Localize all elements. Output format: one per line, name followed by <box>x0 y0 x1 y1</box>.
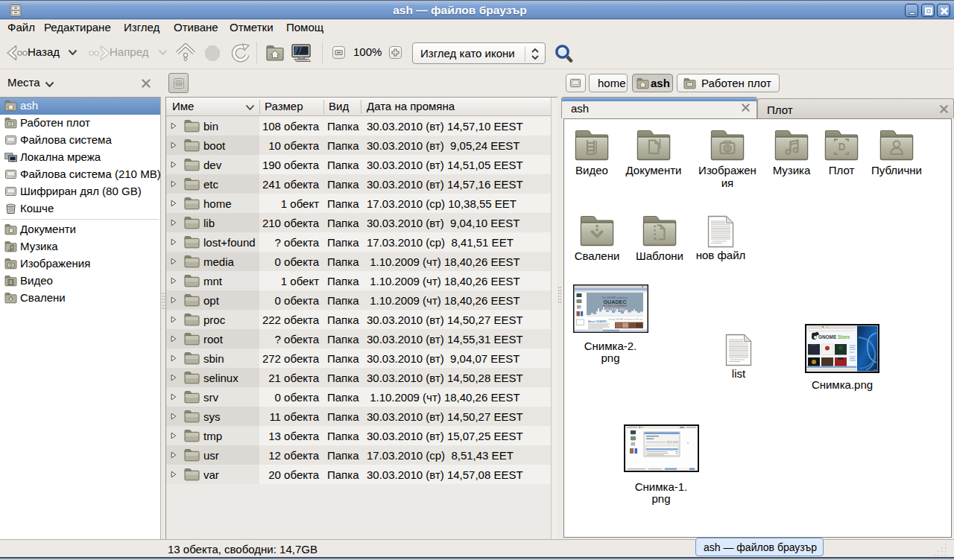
svg-text:About GUADEC: About GUADEC <box>588 320 607 323</box>
svg-text:HET.PACK.HOMEPAGE: HET.PACK.HOMEPAGE <box>602 305 626 308</box>
svg-text:January GNOME conference at th: January GNOME conference at this site <box>608 318 642 321</box>
svg-text:July 24-30th 2010: July 24-30th 2010 <box>604 308 625 311</box>
svg-text:Store: Store <box>838 334 850 340</box>
svg-text:GNOME: GNOME <box>818 334 837 340</box>
